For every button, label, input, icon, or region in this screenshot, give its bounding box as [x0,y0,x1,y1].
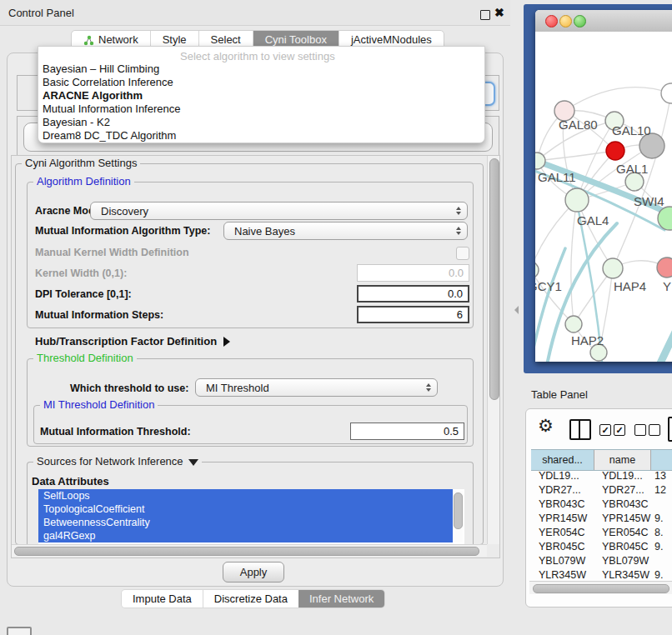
apply-label: Apply [240,566,268,578]
unchecked-checkbox-icon[interactable] [634,424,646,436]
network-edge [537,151,615,161]
which-threshold-label: Which threshold to use: [70,382,188,394]
bottom-tab-impute-data[interactable]: Impute Data [122,590,203,608]
network-node-gal4[interactable] [565,188,589,212]
bottom-tab-discretize-data[interactable]: Discretize Data [203,590,298,608]
network-canvas[interactable]: GAL80GAL10GAL1GAL11SWI4GAL4GCY1HAP4YHAP2 [535,32,672,362]
bottom-tab-infer-network[interactable]: Infer Network [298,590,384,608]
settings-horizontal-scrollbar[interactable] [12,544,487,557]
table-cell: YDL19... [531,469,594,483]
settings-vscroll-thumb[interactable] [489,158,499,400]
column-header[interactable] [651,450,672,470]
network-icon [83,35,94,46]
split-columns-icon[interactable] [569,419,591,440]
attribute-list-item-selected[interactable]: SelfLoops [38,489,453,502]
manual-kernel-width-label: Manual Kernel Width Definition [35,247,189,258]
network-node[interactable] [661,83,672,103]
close-icon[interactable]: ✖ [494,6,504,19]
kernel-width-field[interactable]: 0.0 [357,264,469,282]
network-node-label: GAL4 [577,213,609,228]
network-node-hap2[interactable] [565,316,582,332]
table-cell: 8. [651,526,672,540]
document-icon[interactable] [668,417,672,442]
column-header-shared[interactable]: shared... [531,450,594,470]
bottom-tabbar: Impute DataDiscretize DataInfer Network [122,590,384,608]
table-header-row[interactable]: shared...name [531,449,672,471]
dropdown-item[interactable]: Basic Correlation Inference [43,76,173,89]
mi-steps-field[interactable]: 6 [357,306,469,323]
table-cell [651,554,672,568]
table-row[interactable]: YDR27...YDR27...12 [531,483,672,498]
table-cell: YER054C [531,526,594,540]
network-node-hap4[interactable] [603,258,623,278]
dpi-tolerance-label: DPI Tolerance [0,1]: [35,288,132,300]
network-edge [564,88,671,111]
close-traffic-light[interactable] [545,15,558,28]
algorithm-dropdown-popup: Select algorithm to view settings Bayesi… [38,46,485,143]
which-threshold-combobox[interactable]: MI Threshold [195,378,438,397]
minimized-panel-icon[interactable] [7,627,32,635]
control-panel-title: Control Panel [8,7,74,19]
network-node[interactable] [606,142,624,160]
table-hscroll-thumb[interactable] [533,584,669,593]
network-node-label: GAL11 [538,170,576,184]
expander-expanded-icon [188,459,198,466]
manual-kernel-width-checkbox[interactable] [456,247,469,260]
mi-threshold-field[interactable]: 0.5 [350,422,464,440]
table-row[interactable]: YER054CYER054C8. [531,526,672,540]
attribute-list-item-selected[interactable]: BetweennessCentrality [38,516,453,529]
table-cell [651,498,672,512]
checked-checkbox-icon[interactable]: ✓ [614,424,625,436]
settings-hscroll-thumb[interactable] [14,547,479,556]
network-edge-highlighted [659,305,672,362]
dropdown-item[interactable]: Mutual Information Inference [43,102,180,116]
hub-definition-expander[interactable]: Hub/Transcription Factor Definition [35,333,230,348]
table-panel: ⚙ ✓ ✓ shared...name YDL19...YDL19...13YD… [525,408,672,608]
network-edge [571,200,577,324]
algorithm-definition-title: Algorithm Definition [33,175,134,188]
expander-collapsed-icon [223,337,230,347]
table-horizontal-scrollbar[interactable] [529,581,672,594]
attribute-list-item-selected[interactable]: TopologicalCoefficient [38,502,453,516]
float-window-icon[interactable] [480,10,490,20]
dropdown-item[interactable]: Bayesian - K2 [43,116,110,129]
sources-expander[interactable]: Sources for Network Inference [33,455,202,468]
unchecked-checkbox-icon[interactable] [649,424,660,436]
minimize-traffic-light[interactable] [559,15,572,28]
apply-button[interactable]: Apply [223,562,284,582]
table-row[interactable]: YBL079WYBL079W [531,554,672,568]
checked-checkbox-icon[interactable]: ✓ [599,424,611,436]
hub-definition-label: Hub/Transcription Factor Definition [35,335,217,348]
mi-algorithm-type-label: Mutual Information Algorithm Type: [35,225,210,237]
column-header-name[interactable]: name [594,450,651,470]
dropdown-item[interactable]: Dream8 DC_TDC Algorithm [43,129,176,142]
mi-algorithm-type-combobox[interactable]: Naive Bayes [223,222,468,240]
attribute-list-item-selected[interactable]: gal4RGexp [38,529,453,542]
settings-vertical-scrollbar[interactable] [487,156,499,544]
dropdown-item[interactable]: Bayesian – Hill Climbing [43,62,159,76]
table-row[interactable]: YBR045CYBR045C9. [531,540,672,554]
dropdown-placeholder: Select algorithm to view settings [180,50,335,62]
dropdown-item[interactable]: ARACNE Algorithm [43,89,143,102]
gear-icon[interactable]: ⚙ [538,416,554,436]
table-row[interactable]: YBR043CYBR043C [531,498,672,512]
aracne-mode-combobox[interactable]: Discovery [90,202,468,220]
list-scrollbar[interactable] [453,491,463,542]
dpi-tolerance-value: 0.0 [448,288,463,300]
split-divider-handle[interactable] [514,306,519,314]
network-node-gcy1[interactable] [535,262,539,278]
network-window: GAL80GAL10GAL1GAL11SWI4GAL4GCY1HAP4YHAP2 [535,10,672,362]
table-body[interactable]: YDL19...YDL19...13YDR27...YDR27...12YBR0… [531,469,672,586]
list-scrollbar-thumb[interactable] [454,492,463,529]
table-row[interactable]: YDL19...YDL19...13 [531,469,672,483]
table-cell: YBL079W [531,554,594,568]
zoom-traffic-light[interactable] [574,15,586,28]
table-row[interactable]: YPR145WYPR145W9. [531,512,672,526]
kernel-width-value: 0.0 [449,267,464,279]
dpi-tolerance-field[interactable]: 0.0 [357,285,469,302]
kernel-width-label: Kernel Width (0,1): [35,268,127,279]
network-window-titlebar[interactable] [535,10,672,32]
data-attributes-list[interactable]: SelfLoopsTopologicalCoefficientBetweenne… [38,489,464,544]
network-node-label: GAL1 [616,162,648,176]
network-node-y[interactable] [657,258,672,278]
